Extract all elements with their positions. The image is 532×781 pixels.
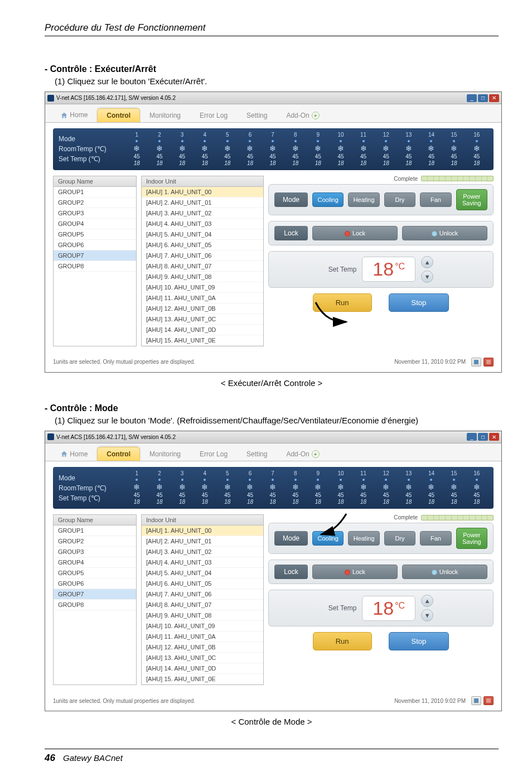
unit-cell[interactable]: 9❄4518: [307, 132, 330, 167]
list-item[interactable]: [AHU] 6. AHU_UNIT_05: [142, 578, 263, 589]
unit-cell[interactable]: 10❄4518: [330, 132, 352, 167]
list-item[interactable]: [AHU] 7. AHU_UNIT_06: [142, 589, 263, 600]
unit-list[interactable]: [AHU] 1. AHU_UNIT_00[AHU] 2. AHU_UNIT_01…: [141, 526, 264, 685]
list-item[interactable]: [AHU] 4. AHU_UNIT_03: [142, 219, 263, 229]
list-item[interactable]: [AHU] 4. AHU_UNIT_03: [142, 557, 263, 568]
list-item[interactable]: [AHU] 12. AHU_UNIT_0B: [142, 642, 263, 653]
footer-icon-2[interactable]: [483, 696, 494, 705]
unit-cell[interactable]: 6❄4518: [239, 132, 262, 167]
temp-down-button[interactable]: ▼: [421, 609, 433, 621]
list-item[interactable]: [AHU] 2. AHU_UNIT_01: [142, 197, 263, 208]
unit-list[interactable]: [AHU] 1. AHU_UNIT_00[AHU] 2. AHU_UNIT_01…: [141, 187, 264, 346]
list-item[interactable]: GROUP1: [54, 187, 136, 197]
unit-cell[interactable]: 5❄4518: [216, 470, 239, 505]
unlock-button[interactable]: Unlock: [402, 565, 487, 579]
stop-button[interactable]: Stop: [389, 293, 449, 312]
list-item[interactable]: [AHU] 12. AHU_UNIT_0B: [142, 303, 263, 314]
footer-icon-1[interactable]: [471, 358, 481, 367]
tab-control[interactable]: Control: [97, 447, 140, 461]
run-button[interactable]: Run: [313, 293, 372, 312]
footer-icon-1[interactable]: [471, 696, 481, 705]
unlock-button[interactable]: Unlock: [402, 226, 487, 240]
list-item[interactable]: [AHU] 11. AHU_UNIT_0A: [142, 293, 263, 303]
tab-control[interactable]: Control: [97, 108, 140, 122]
tab-addon[interactable]: Add-On+: [277, 108, 328, 122]
list-item[interactable]: [AHU] 6. AHU_UNIT_05: [142, 240, 263, 250]
list-item[interactable]: [AHU] 14. AHU_UNIT_0D: [142, 663, 263, 674]
unit-cell[interactable]: 14❄4518: [420, 132, 443, 167]
unit-cell[interactable]: 2❄4518: [148, 470, 171, 505]
unit-cell[interactable]: 4❄4518: [194, 132, 216, 167]
list-item[interactable]: [AHU] 5. AHU_UNIT_04: [142, 568, 263, 578]
list-item[interactable]: [AHU] 16. AHU_UNIT_0F: [142, 684, 263, 685]
list-item[interactable]: [AHU] 9. AHU_UNIT_08: [142, 272, 263, 282]
unit-cell[interactable]: 3❄4518: [171, 132, 194, 167]
tab-monitoring[interactable]: Monitoring: [140, 108, 190, 122]
unit-cell[interactable]: 7❄4518: [262, 132, 284, 167]
footer-icon-2[interactable]: [483, 358, 494, 367]
maximize-button[interactable]: □: [478, 94, 488, 102]
run-button[interactable]: Run: [313, 632, 372, 650]
unit-cell[interactable]: 16❄4518: [465, 132, 488, 167]
unit-cell[interactable]: 11❄4518: [352, 132, 375, 167]
power-saving-button[interactable]: Power Saving: [456, 189, 487, 210]
lock-button[interactable]: Lock: [312, 226, 398, 240]
tab-error-log[interactable]: Error Log: [190, 447, 237, 461]
power-saving-button[interactable]: Power Saving: [456, 528, 487, 549]
group-list[interactable]: GROUP1GROUP2GROUP3GROUP4GROUP5GROUP6GROU…: [53, 526, 137, 685]
tab-setting[interactable]: Setting: [237, 447, 277, 461]
list-item[interactable]: GROUP6: [54, 240, 136, 250]
list-item[interactable]: [AHU] 8. AHU_UNIT_07: [142, 600, 263, 610]
unit-cell[interactable]: 15❄4518: [443, 132, 466, 167]
unit-cell[interactable]: 14❄4518: [420, 470, 443, 505]
unit-cell[interactable]: 12❄4518: [375, 470, 398, 505]
unit-cell[interactable]: 9❄4518: [307, 470, 330, 505]
tab-home[interactable]: Home: [51, 108, 97, 122]
unit-cell[interactable]: 15❄4518: [443, 470, 466, 505]
close-button[interactable]: ✕: [489, 94, 499, 102]
fan-button[interactable]: Fan: [420, 531, 451, 546]
temp-down-button[interactable]: ▼: [421, 271, 433, 283]
unit-cell[interactable]: 7❄4518: [262, 470, 284, 505]
heating-button[interactable]: Heating: [348, 192, 379, 207]
dry-button[interactable]: Dry: [384, 531, 415, 546]
unit-cell[interactable]: 5❄4518: [216, 132, 239, 167]
list-item[interactable]: GROUP5: [54, 229, 136, 240]
unit-cell[interactable]: 16❄4518: [465, 470, 488, 505]
unit-cell[interactable]: 13❄4518: [398, 470, 420, 505]
unit-cell[interactable]: 10❄4518: [330, 470, 352, 505]
list-item[interactable]: [AHU] 11. AHU_UNIT_0A: [142, 631, 263, 642]
list-item[interactable]: [AHU] 2. AHU_UNIT_01: [142, 536, 263, 547]
cooling-button[interactable]: Cooling: [312, 531, 344, 546]
stop-button[interactable]: Stop: [389, 632, 449, 650]
list-item[interactable]: GROUP4: [54, 557, 136, 568]
list-item[interactable]: [AHU] 10. AHU_UNIT_09: [142, 621, 263, 631]
minimize-button[interactable]: _: [467, 433, 477, 441]
list-item[interactable]: [AHU] 13. AHU_UNIT_0C: [142, 314, 263, 325]
list-item[interactable]: [AHU] 16. AHU_UNIT_0F: [142, 346, 263, 346]
tab-error-log[interactable]: Error Log: [190, 108, 237, 122]
list-item[interactable]: GROUP8: [54, 600, 136, 610]
temp-up-button[interactable]: ▲: [421, 256, 433, 268]
unit-cell[interactable]: 6❄4518: [239, 470, 262, 505]
list-item[interactable]: GROUP2: [54, 536, 136, 547]
unit-cell[interactable]: 8❄4518: [284, 132, 307, 167]
list-item[interactable]: [AHU] 3. AHU_UNIT_02: [142, 547, 263, 557]
list-item[interactable]: GROUP2: [54, 197, 136, 208]
list-item[interactable]: GROUP5: [54, 568, 136, 578]
close-button[interactable]: ✕: [489, 433, 499, 441]
list-item[interactable]: GROUP7: [54, 250, 136, 261]
list-item[interactable]: [AHU] 10. AHU_UNIT_09: [142, 282, 263, 293]
list-item[interactable]: GROUP6: [54, 578, 136, 589]
list-item[interactable]: GROUP3: [54, 547, 136, 557]
cooling-button[interactable]: Cooling: [312, 192, 344, 207]
list-item[interactable]: [AHU] 5. AHU_UNIT_04: [142, 229, 263, 240]
list-item[interactable]: GROUP8: [54, 261, 136, 272]
list-item[interactable]: [AHU] 1. AHU_UNIT_00: [142, 526, 263, 536]
unit-cell[interactable]: 1❄4518: [125, 132, 148, 167]
unit-cell[interactable]: 2❄4518: [148, 132, 171, 167]
lock-button[interactable]: Lock: [312, 565, 398, 579]
minimize-button[interactable]: _: [467, 94, 477, 102]
unit-cell[interactable]: 12❄4518: [375, 132, 398, 167]
list-item[interactable]: [AHU] 7. AHU_UNIT_06: [142, 250, 263, 261]
